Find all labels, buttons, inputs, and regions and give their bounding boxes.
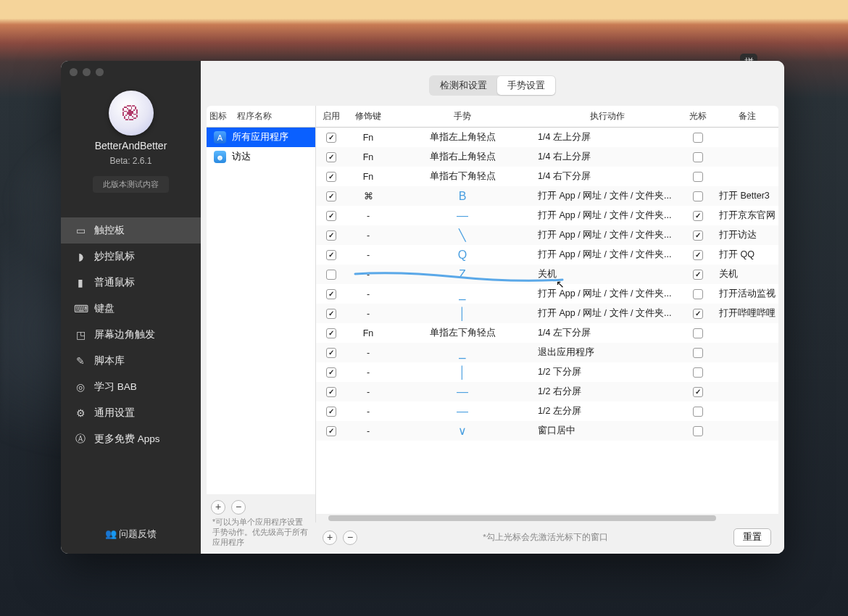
modifier-cell: - <box>346 265 390 284</box>
add-gesture-button[interactable]: + <box>323 530 337 545</box>
gesture-row-11[interactable]: -⎯退出应用程序 <box>316 343 778 362</box>
action-cell: 打开 App / 网址 / 文件 / 文件夹... <box>535 303 680 324</box>
enable-checkbox[interactable] <box>326 289 336 299</box>
enable-checkbox[interactable] <box>326 152 336 162</box>
gesture-row-1[interactable]: Fn单指右上角轻点1/4 右上分屏 <box>316 147 778 167</box>
note-cell <box>716 329 778 338</box>
sidebar-item-5[interactable]: ✎脚本库 <box>61 348 201 374</box>
enable-checkbox[interactable] <box>326 211 336 221</box>
cursor-checkbox[interactable] <box>693 211 703 221</box>
sidebar-item-2[interactable]: ▮普通鼠标 <box>61 270 201 296</box>
gesture-row-2[interactable]: Fn单指右下角轻点1/4 右下分屏 <box>316 167 778 186</box>
gesture-row-5[interactable]: -╲打开 App / 网址 / 文件 / 文件夹...打开访达 <box>316 225 778 245</box>
action-cell: 1/2 右分屏 <box>535 381 680 402</box>
apps-column: 图标 程序名称 A所有应用程序☻访达 + − *可以为单个应用程序设置手势动作。… <box>207 106 315 554</box>
window-controls[interactable] <box>61 61 201 83</box>
col-appname: 程序名称 <box>234 106 275 127</box>
enable-checkbox[interactable] <box>326 387 336 397</box>
enable-checkbox[interactable] <box>326 250 336 260</box>
gesture-glyph-icon: — <box>457 405 468 418</box>
enable-checkbox[interactable] <box>326 348 336 358</box>
gesture-row-15[interactable]: -∨窗口居中 <box>316 421 778 441</box>
app-row-0[interactable]: A所有应用程序 <box>207 128 315 147</box>
note-cell <box>716 368 778 377</box>
gesture-row-4[interactable]: -—打开 App / 网址 / 文件 / 文件夹...打开京东官网 <box>316 206 778 225</box>
cursor-checkbox[interactable] <box>693 289 703 299</box>
action-cell: 1/4 左上分屏 <box>535 128 680 148</box>
enable-checkbox[interactable] <box>326 309 336 319</box>
gesture-glyph-icon: ⎯ <box>459 346 466 359</box>
modifier-cell: - <box>346 383 390 401</box>
sidebar-item-6[interactable]: ◎学习 BAB <box>61 374 201 400</box>
sidebar-item-8[interactable]: Ⓐ更多免费 Apps <box>61 426 201 452</box>
enable-checkbox[interactable] <box>326 191 336 201</box>
cursor-hint: *勾上光标会先激活光标下的窗口 <box>363 532 728 543</box>
note-cell <box>716 133 778 142</box>
gesture-row-14[interactable]: -—1/2 左分屏 <box>316 401 778 421</box>
cursor-checkbox[interactable] <box>693 191 703 201</box>
gesture-text: 单指左上角轻点 <box>430 131 496 143</box>
gesture-row-10[interactable]: Fn单指左下角轻点1/4 左下分屏 <box>316 323 778 343</box>
cursor-checkbox[interactable] <box>693 407 703 417</box>
gesture-row-3[interactable]: ⌘B打开 App / 网址 / 文件 / 文件夹...打开 Better3 <box>316 186 778 206</box>
gesture-row-6[interactable]: -Q打开 App / 网址 / 文件 / 文件夹...打开 QQ <box>316 245 778 265</box>
app-logo-icon: ֎ <box>109 91 154 136</box>
tab-bar: 检测和设置手势设置 <box>201 61 784 106</box>
sidebar-item-0[interactable]: ▭触控板 <box>61 217 201 244</box>
modifier-cell: ⌘ <box>346 186 390 206</box>
modifier-cell: Fn <box>346 167 390 186</box>
cursor-checkbox[interactable] <box>693 172 703 182</box>
cursor-checkbox[interactable] <box>693 426 703 436</box>
minimize-icon[interactable] <box>83 68 91 76</box>
note-cell <box>716 407 778 416</box>
remove-app-button[interactable]: − <box>231 500 246 515</box>
gesture-row-8[interactable]: -⎯打开 App / 网址 / 文件 / 文件夹...打开活动监视 <box>316 284 778 304</box>
gesture-row-7[interactable]: -Z关机关机 <box>316 265 778 284</box>
cursor-checkbox[interactable] <box>693 348 703 358</box>
beta-notes-button[interactable]: 此版本测试内容 <box>93 176 169 193</box>
enable-checkbox[interactable] <box>326 230 336 241</box>
feedback-link[interactable]: 👥 问题反馈 <box>61 515 201 554</box>
gesture-row-0[interactable]: Fn单指左上角轻点1/4 左上分屏 <box>316 128 778 147</box>
col-icon: 图标 <box>207 106 234 127</box>
note-cell: 关机 <box>716 264 778 285</box>
gesture-row-9[interactable]: -│打开 App / 网址 / 文件 / 文件夹...打开哔哩哔哩 <box>316 304 778 323</box>
enable-checkbox[interactable] <box>326 172 336 182</box>
cursor-checkbox[interactable] <box>693 133 703 143</box>
cursor-checkbox[interactable] <box>693 328 703 338</box>
cursor-checkbox[interactable] <box>693 309 703 319</box>
zoom-icon[interactable] <box>96 68 104 76</box>
scrollbar[interactable] <box>316 514 778 523</box>
gesture-glyph-icon: — <box>457 209 468 222</box>
reset-button[interactable]: 重置 <box>733 528 771 546</box>
cursor-checkbox[interactable] <box>693 230 703 241</box>
enable-checkbox[interactable] <box>326 328 336 338</box>
enable-checkbox[interactable] <box>326 367 336 378</box>
sidebar-item-7[interactable]: ⚙通用设置 <box>61 400 201 426</box>
enable-checkbox[interactable] <box>326 270 336 280</box>
tab-0[interactable]: 检测和设置 <box>430 76 497 95</box>
close-icon[interactable] <box>70 68 78 76</box>
enable-checkbox[interactable] <box>326 133 336 143</box>
gesture-row-12[interactable]: -│1/2 下分屏 <box>316 362 778 382</box>
sidebar-item-3[interactable]: ⌨键盘 <box>61 296 201 322</box>
app-row-1[interactable]: ☻访达 <box>207 147 315 167</box>
cursor-checkbox[interactable] <box>693 270 703 280</box>
app-name: BetterAndBetter <box>95 140 167 151</box>
cursor-checkbox[interactable] <box>693 152 703 162</box>
cursor-checkbox[interactable] <box>693 367 703 378</box>
tab-1[interactable]: 手势设置 <box>497 76 555 95</box>
action-cell: 1/2 下分屏 <box>535 362 680 383</box>
sidebar-item-1[interactable]: ◗妙控鼠标 <box>61 244 201 270</box>
enable-checkbox[interactable] <box>326 426 336 436</box>
gesture-row-13[interactable]: -—1/2 右分屏 <box>316 382 778 401</box>
add-app-button[interactable]: + <box>211 500 225 515</box>
col-enable: 启用 <box>316 106 346 127</box>
cursor-checkbox[interactable] <box>693 250 703 260</box>
enable-checkbox[interactable] <box>326 407 336 417</box>
cursor-checkbox[interactable] <box>693 387 703 397</box>
note-cell <box>716 349 778 357</box>
modifier-cell: - <box>346 226 390 245</box>
sidebar-item-4[interactable]: ◳屏幕边角触发 <box>61 322 201 348</box>
remove-gesture-button[interactable]: − <box>343 530 357 545</box>
